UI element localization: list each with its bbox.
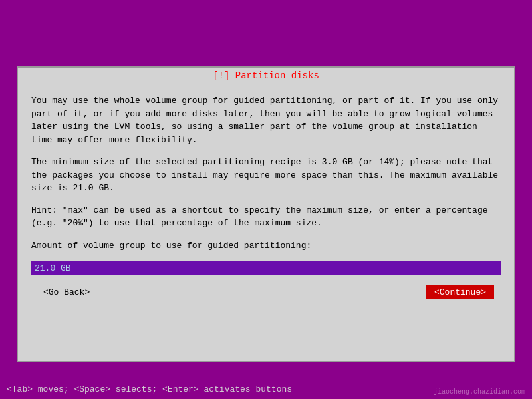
input-label: Amount of volume group to use for guided… (31, 239, 501, 253)
watermark: jiaocheng.chazidian.com (434, 388, 525, 396)
body-paragraph-1: You may use the whole volume group for g… (31, 94, 501, 146)
screen: [!] Partition disks You may use the whol… (0, 0, 532, 399)
dialog-body: You may use the whole volume group for g… (18, 84, 514, 309)
body-paragraph-2: The minimum size of the selected partiti… (31, 156, 501, 195)
input-wrapper (31, 261, 501, 275)
button-row: <Go Back> <Continue> (31, 285, 501, 299)
dialog-container: [!] Partition disks You may use the whol… (17, 66, 515, 362)
volume-input[interactable] (31, 261, 501, 275)
body-paragraph-3: Hint: "max" can be used as a shortcut to… (31, 204, 501, 230)
go-back-button[interactable]: <Go Back> (38, 286, 95, 299)
dialog-title-bar: [!] Partition disks (18, 68, 514, 84)
dialog-title: [!] Partition disks (206, 70, 326, 81)
continue-button[interactable]: <Continue> (426, 285, 494, 299)
status-bar-text: <Tab> moves; <Space> selects; <Enter> ac… (7, 384, 292, 394)
